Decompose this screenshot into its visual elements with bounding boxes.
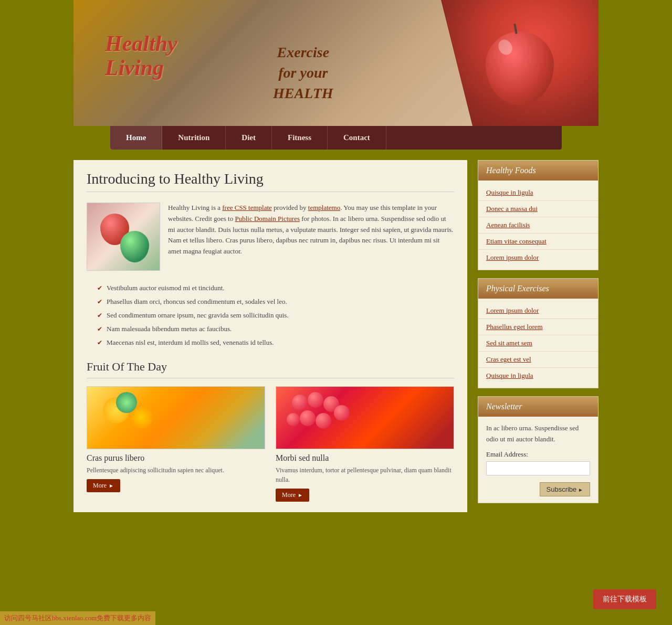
link-free-css[interactable]: free CSS template	[222, 204, 272, 211]
intro-paragraph: Healthy Living is a free CSS template pr…	[168, 203, 454, 271]
healthy-foods-link-3[interactable]: Aenean facilisis	[478, 217, 598, 233]
exercise-link-4[interactable]: Cras eget est vel	[478, 352, 598, 367]
fruit-desc-2: Vivamus interdum, tortor at pellentesque…	[276, 465, 454, 484]
email-input[interactable]	[486, 461, 590, 475]
fruit-name-2: Morbi sed nulla	[276, 453, 454, 463]
list-item: Quisque in ligula	[478, 185, 598, 201]
download-button[interactable]: 前往下载模板	[593, 589, 656, 609]
header-subtitle: Exercise for your HEALTH	[273, 42, 333, 104]
healthy-foods-link-4[interactable]: Etiam vitae consequat	[478, 234, 598, 249]
newsletter-description: In ac libero urna. Suspendisse sed odio …	[486, 423, 590, 445]
healthy-foods-link-2[interactable]: Donec a massa dui	[478, 201, 598, 217]
fruit-item-2: Morbi sed nulla Vivamus interdum, tortor…	[276, 386, 454, 502]
page-wrapper: Introducing to Healthy Living Healthy Li…	[74, 150, 598, 523]
header-apple-decoration	[441, 0, 598, 126]
exercise-link-5[interactable]: Quisque in ligula	[478, 368, 598, 384]
list-item: Maecenas nisl est, interdum id mollis se…	[97, 336, 454, 349]
sidebar: Healthy Foods Quisque in ligula Donec a …	[478, 160, 598, 512]
list-item: Sed sit amet sem	[478, 335, 598, 352]
exercise-link-3[interactable]: Sed sit amet sem	[478, 335, 598, 351]
nav-item-fitness[interactable]: Fitness	[272, 126, 328, 150]
main-content: Introducing to Healthy Living Healthy Li…	[74, 160, 467, 512]
list-item: Cras eget est vel	[478, 352, 598, 368]
intro-section: Healthy Living is a free CSS template pr…	[87, 203, 454, 271]
list-item: Lorem ipsum dolor	[478, 303, 598, 319]
fruit-image-citrus	[87, 386, 265, 449]
healthy-foods-link-1[interactable]: Quisque in ligula	[478, 185, 598, 200]
nav-link-fitness[interactable]: Fitness	[272, 126, 328, 150]
healthy-foods-heading: Healthy Foods	[478, 161, 598, 181]
list-item: Nam malesuada bibendum metus ac faucibus…	[97, 322, 454, 336]
list-item: Phasellus eget lorem	[478, 319, 598, 335]
nav-link-contact[interactable]: Contact	[328, 126, 386, 150]
apple-green-icon	[120, 231, 149, 262]
healthy-foods-link-5[interactable]: Lorem ipsum dolor	[478, 250, 598, 266]
physical-exercises-list: Lorem ipsum dolor Phasellus eget lorem S…	[478, 299, 598, 388]
list-item: Donec a massa dui	[478, 201, 598, 217]
list-item: Quisque in ligula	[478, 368, 598, 384]
list-item: Vestibulum auctor euismod mi et tincidun…	[97, 281, 454, 295]
healthy-foods-box: Healthy Foods Quisque in ligula Donec a …	[478, 160, 598, 270]
physical-exercises-heading: Physical Exercises	[478, 279, 598, 299]
physical-exercises-box: Physical Exercises Lorem ipsum dolor Pha…	[478, 278, 598, 388]
main-nav: Home Nutrition Diet Fitness Contact	[110, 126, 562, 150]
newsletter-heading: Newsletter	[478, 397, 598, 417]
list-item: Sed condimentum ornare ipsum, nec gravid…	[97, 309, 454, 322]
list-item: Lorem ipsum dolor	[478, 250, 598, 266]
fruit-image-berries	[276, 386, 454, 449]
feature-list: Vestibulum auctor euismod mi et tincidun…	[97, 281, 454, 349]
nav-item-contact[interactable]: Contact	[328, 126, 386, 150]
subscribe-button[interactable]: Subscribe	[540, 482, 591, 496]
nav-item-home[interactable]: Home	[110, 126, 162, 150]
link-public-domain[interactable]: Public Domain Pictures	[235, 215, 300, 223]
exercise-link-1[interactable]: Lorem ipsum dolor	[478, 303, 598, 319]
fruit-desc-1: Pellentesque adipiscing sollicitudin sap…	[87, 465, 265, 475]
list-item: Aenean facilisis	[478, 217, 598, 234]
list-item: Phasellus diam orci, rhoncus sed condime…	[97, 295, 454, 309]
more-button-2[interactable]: More	[276, 489, 309, 502]
newsletter-box: Newsletter In ac libero urna. Suspendiss…	[478, 396, 598, 503]
newsletter-content: In ac libero urna. Suspendisse sed odio …	[478, 417, 598, 503]
nav-item-diet[interactable]: Diet	[226, 126, 272, 150]
exercise-link-2[interactable]: Phasellus eget lorem	[478, 319, 598, 335]
more-button-1[interactable]: More	[87, 479, 120, 492]
list-item: Etiam vitae consequat	[478, 234, 598, 250]
header-banner: Healthy Living Exercise for your HEALTH	[74, 0, 598, 126]
intro-image	[87, 203, 160, 271]
watermark-text: 访问四号马社区bbs.xienlao.com免费下载更多内容	[0, 611, 155, 625]
fruit-section-heading: Fruit Of The Day	[87, 360, 454, 378]
page-title: Introducing to Healthy Living	[87, 171, 454, 192]
nav-item-nutrition[interactable]: Nutrition	[162, 126, 226, 150]
fruit-item-1: Cras purus libero Pellentesque adipiscin…	[87, 386, 265, 502]
healthy-foods-list: Quisque in ligula Donec a massa dui Aene…	[478, 181, 598, 270]
fruit-grid: Cras purus libero Pellentesque adipiscin…	[87, 386, 454, 502]
fruit-name-1: Cras purus libero	[87, 453, 265, 463]
nav-link-diet[interactable]: Diet	[226, 126, 272, 150]
link-templatemo[interactable]: templatemo	[308, 204, 340, 211]
site-title: Healthy Living	[105, 31, 177, 80]
nav-link-nutrition[interactable]: Nutrition	[162, 126, 226, 150]
nav-link-home[interactable]: Home	[110, 126, 162, 150]
apple-icon	[486, 31, 554, 105]
email-label: Email Address:	[486, 450, 590, 459]
